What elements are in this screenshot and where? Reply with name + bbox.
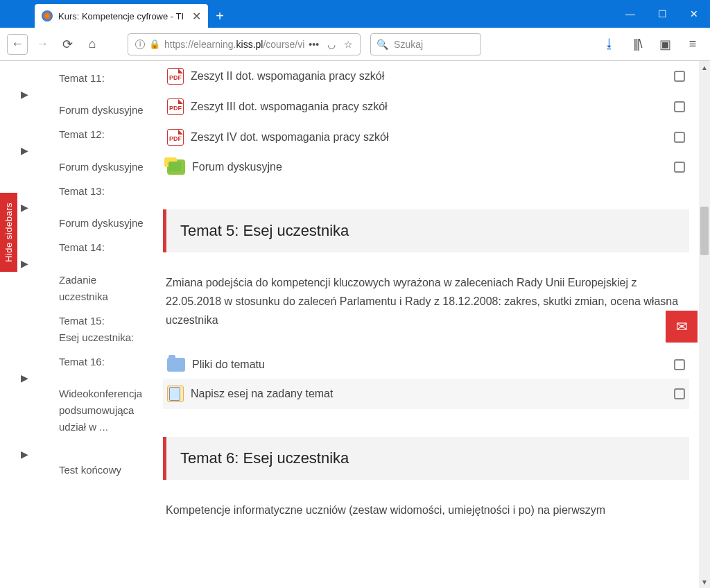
sidebar-item-title: Temat 16: [59,356,144,368]
chevron-right-icon[interactable]: ▶ [21,449,28,460]
sidebar-item-title: Temat 15: [59,315,144,327]
sidebar-item-link[interactable]: Zadanie uczestnika [59,272,144,305]
search-placeholder: Szukaj [394,39,423,50]
pocket-icon[interactable]: ◡ [327,39,336,50]
assignment-icon [167,386,184,402]
course-main: PDF Zeszyt II dot. wspomagania pracy szk… [149,61,710,588]
activity-label: Zeszyt IV dot. wspomagania pracy szkół [191,131,388,144]
sidebar-item-link[interactable]: Forum dyskusyjne [59,215,144,232]
completion-checkbox[interactable] [674,359,685,370]
activity-row[interactable]: Forum dyskusyjne [163,153,689,182]
tab-title: Kurs: Kompetencje cyfrowe - TI [58,11,184,21]
reload-button[interactable]: ⟳ [57,34,78,55]
search-box[interactable]: 🔍 Szukaj [370,33,481,55]
tab-favicon [42,10,53,21]
envelope-icon: ✉ [676,318,688,335]
info-icon[interactable]: i [135,40,145,49]
chevron-right-icon[interactable]: ▶ [21,145,28,156]
new-tab-button[interactable]: + [208,4,232,28]
sidebar-item-link[interactable]: Test końcowy [59,462,144,478]
lock-icon: 🔒 [149,39,160,49]
chevron-right-icon[interactable]: ▶ [21,372,28,383]
url-host: kiss.pl [236,39,263,50]
activity-label: Pliki do tematu [192,358,265,371]
star-icon[interactable]: ☆ [344,39,353,50]
activity-label: Zeszyt II dot. wspomagania pracy szkół [191,70,384,83]
activity-label: Forum dyskusyjne [192,161,282,173]
forward-button[interactable]: → [32,34,53,55]
activity-row[interactable]: Pliki do tematu [163,351,689,379]
window-controls: — ☐ ✕ [614,0,710,28]
activity-row[interactable]: Napisz esej na zadany temat [163,379,689,409]
chevron-right-icon[interactable]: ▶ [21,202,28,213]
search-icon: 🔍 [376,39,388,50]
url-path: /course/vi [263,39,304,50]
tab-close-icon[interactable]: ✕ [192,10,201,23]
vertical-scrollbar[interactable]: ▲ ▼ [699,61,710,588]
chevron-right-icon[interactable]: ▶ [21,258,28,269]
activity-row[interactable]: PDF Zeszyt II dot. wspomagania pracy szk… [163,61,689,92]
pdf-icon: PDF [167,129,184,146]
sidebar-item-title: Temat 12: [59,128,144,140]
scroll-thumb[interactable] [700,207,709,255]
scroll-down-button[interactable]: ▼ [699,576,710,588]
window-titlebar: Kurs: Kompetencje cyfrowe - TI ✕ + — ☐ ✕ [0,0,710,28]
sidebar-item-link[interactable]: Esej uczestnika: [59,329,144,346]
browser-toolbar: ← → ⟳ ⌂ i 🔒 https://elearning.kiss.pl/co… [0,28,710,61]
completion-checkbox[interactable] [674,101,685,112]
chevron-right-icon[interactable]: ▶ [21,89,28,100]
menu-icon[interactable]: ≡ [682,34,703,55]
library-icon[interactable]: |||\ [627,34,648,55]
page-content: Hide sidebars ✉ Temat 11: ▶Forum dyskusy… [0,61,710,588]
sidebar-item-title: Temat 13: [59,185,144,197]
sidebar-item-link[interactable]: Forum dyskusyjne [59,159,144,175]
window-close-button[interactable]: ✕ [678,0,710,28]
section-description: Kompetencje informatyczne uczniów (zesta… [166,501,686,519]
folder-icon [167,358,185,372]
downloads-icon[interactable]: ⭳ [599,34,620,55]
hide-sidebars-tab[interactable]: Hide sidebars [0,193,17,272]
activity-row[interactable]: PDF Zeszyt III dot. wspomagania pracy sz… [163,92,689,122]
section-heading: Temat 6: Esej uczestnika [163,437,689,480]
url-prefix: https://elearning. [164,39,236,50]
back-button[interactable]: ← [7,34,28,55]
section-description: Zmiana podejścia do kompetencji kluczowy… [166,273,686,330]
window-maximize-button[interactable]: ☐ [646,0,678,28]
activity-label: Napisz esej na zadany temat [191,388,333,400]
sidebar-item-link[interactable]: Forum dyskusyjne [59,102,144,119]
browser-tabs: Kurs: Kompetencje cyfrowe - TI ✕ + [0,0,232,28]
completion-checkbox[interactable] [674,132,685,143]
course-sidebar: Temat 11: ▶Forum dyskusyjne Temat 12: ▶F… [0,61,149,588]
activity-row[interactable]: PDF Zeszyt IV dot. wspomagania pracy szk… [163,122,689,153]
mail-fab-button[interactable]: ✉ [666,311,698,343]
completion-checkbox[interactable] [674,162,685,173]
forum-icon [167,159,185,175]
pdf-icon: PDF [167,68,184,85]
sidebar-item-title: Temat 11: [59,72,144,84]
url-bar[interactable]: i 🔒 https://elearning.kiss.pl/course/vi … [128,33,361,55]
window-minimize-button[interactable]: — [614,0,646,28]
more-icon[interactable]: ••• [309,39,319,50]
home-button[interactable]: ⌂ [82,34,103,55]
section-heading: Temat 5: Esej uczestnika [163,209,689,252]
url-text: https://elearning.kiss.pl/course/vi [164,39,304,50]
sidebar-item-title: Temat 14: [59,241,144,253]
sidebar-item-link[interactable]: Wideokonferencja podsumowująca udział w … [59,386,144,435]
sidebar-icon[interactable]: ▣ [655,34,675,55]
pdf-icon: PDF [167,98,184,115]
activity-label: Zeszyt III dot. wspomagania pracy szkół [191,101,388,113]
browser-tab-active[interactable]: Kurs: Kompetencje cyfrowe - TI ✕ [35,4,208,28]
completion-checkbox[interactable] [674,71,685,82]
completion-checkbox[interactable] [674,388,685,399]
scroll-up-button[interactable]: ▲ [699,61,710,74]
